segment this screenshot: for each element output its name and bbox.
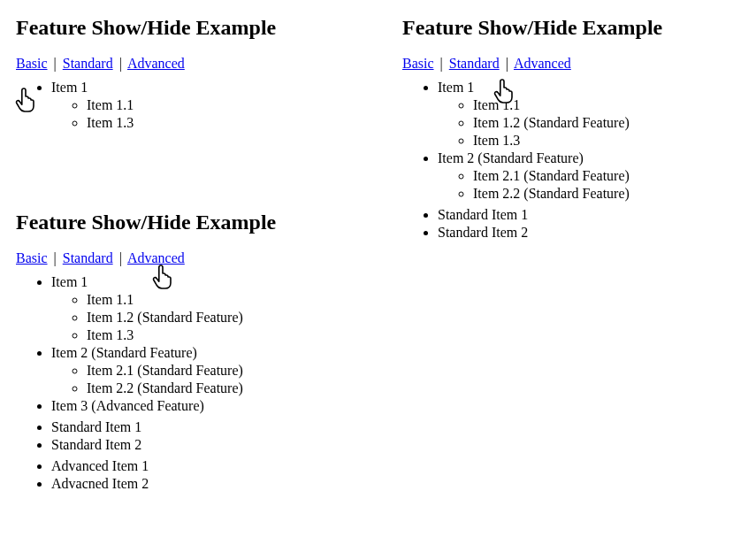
separator: | [51,56,59,71]
separator: | [503,56,511,71]
list-item: Item 2.2 (Standard Feature) [87,380,370,397]
link-advanced[interactable]: Advanced [514,56,571,71]
link-basic[interactable]: Basic [402,56,434,71]
item-list: Item 1.1Item 1.2 (Standard Feature)Item … [51,291,370,344]
link-basic[interactable]: Basic [16,56,48,71]
list-item: Item 1Item 1.1Item 1.3 [51,79,370,132]
link-standard[interactable]: Standard [63,56,113,71]
example-panel-advanced: Feature Show/Hide Example Basic | Standa… [16,211,370,496]
list-item: Standard Item 1 [51,418,370,436]
list-item: Item 2.2 (Standard Feature) [473,185,756,203]
list-item: Item 1Item 1.1Item 1.2 (Standard Feature… [438,79,756,150]
link-advanced[interactable]: Advanced [127,250,185,265]
item-list: Item 1Item 1.1Item 1.2 (Standard Feature… [16,273,370,415]
list-item: Item 1.1 [473,96,756,114]
item-list: Item 1Item 1.1Item 1.2 (Standard Feature… [402,79,756,203]
list-host: Item 1Item 1.1Item 1.2 (Standard Feature… [402,79,756,242]
link-standard[interactable]: Standard [449,56,500,71]
list-item: Standard Item 2 [51,436,370,454]
list-item: Item 1.3 [473,132,756,150]
separator: | [438,56,446,71]
separator: | [117,56,125,71]
list-item: Advacned Item 2 [51,475,370,493]
item-list: Standard Item 1Standard Item 2 [16,418,370,454]
list-item: Item 2 (Standard Feature)Item 2.1 (Stand… [51,344,370,397]
item-list: Item 1.1Item 1.3 [51,96,370,132]
link-standard[interactable]: Standard [63,250,113,265]
list-item: Item 3 (Advanced Feature) [51,397,370,415]
list-host: Item 1Item 1.1Item 1.3 [16,79,370,132]
feature-links: Basic | Standard | Advanced [16,56,370,72]
example-panel-standard: Feature Show/Hide Example Basic | Standa… [402,16,756,245]
page-title: Feature Show/Hide Example [16,16,370,40]
example-panel-basic: Feature Show/Hide Example Basic | Standa… [16,16,370,135]
list-item: Standard Item 1 [438,206,756,224]
list-item: Advanced Item 1 [51,457,370,475]
page-title: Feature Show/Hide Example [16,211,370,234]
link-basic[interactable]: Basic [16,250,48,265]
item-list: Standard Item 1Standard Item 2 [402,206,756,242]
item-list: Item 1Item 1.1Item 1.3 [16,79,370,132]
item-list: Item 2.1 (Standard Feature)Item 2.2 (Sta… [438,167,756,203]
item-list: Item 2.1 (Standard Feature)Item 2.2 (Sta… [51,362,370,397]
list-host: Item 1Item 1.1Item 1.2 (Standard Feature… [16,273,370,493]
list-item: Item 1.1 [87,96,370,114]
separator: | [51,250,59,265]
list-item: Item 1.2 (Standard Feature) [87,309,370,326]
feature-links: Basic | Standard | Advanced [16,250,370,266]
list-item: Item 1.3 [87,326,370,344]
list-item: Item 1.3 [87,114,370,132]
list-item: Item 2.1 (Standard Feature) [473,167,756,185]
separator: | [117,250,125,265]
feature-links: Basic | Standard | Advanced [402,56,756,72]
item-list: Item 1.1Item 1.2 (Standard Feature)Item … [438,96,756,150]
list-item: Item 1Item 1.1Item 1.2 (Standard Feature… [51,273,370,344]
link-advanced[interactable]: Advanced [127,56,185,71]
list-item: Item 2.1 (Standard Feature) [87,362,370,380]
list-item: Standard Item 2 [438,224,756,242]
list-item: Item 1.1 [87,291,370,309]
list-item: Item 1.2 (Standard Feature) [473,114,756,132]
item-list: Advanced Item 1Advacned Item 2 [16,457,370,493]
page-title: Feature Show/Hide Example [402,16,756,40]
list-item: Item 2 (Standard Feature)Item 2.1 (Stand… [438,150,756,203]
